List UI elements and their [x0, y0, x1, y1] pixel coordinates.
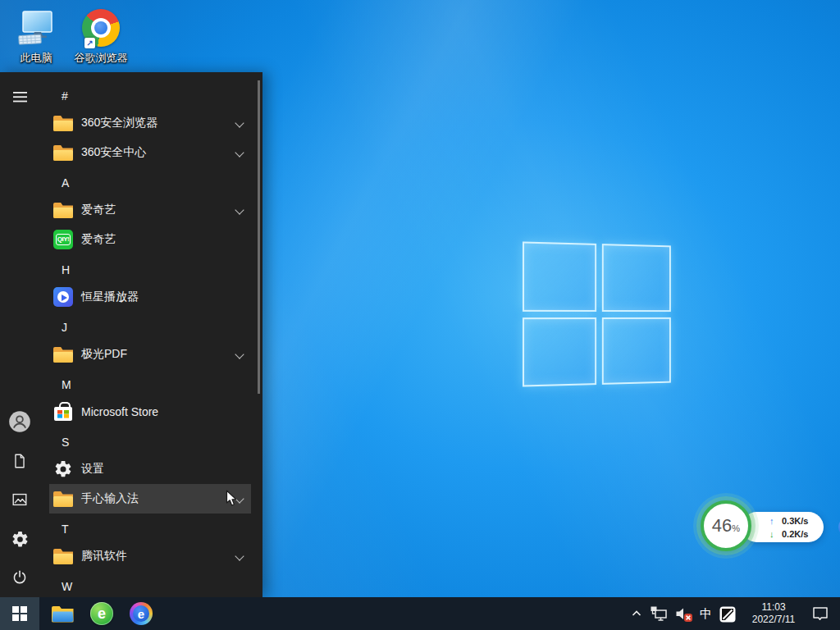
start-menu-scrollbar[interactable]: [258, 80, 260, 394]
windows-wallpaper-logo: [523, 241, 671, 386]
tray-ime-indicator[interactable]: 中: [700, 597, 712, 630]
microsoft-store-icon: [53, 402, 73, 422]
tray-expand-button[interactable]: [630, 597, 643, 630]
start-menu-item-jiguang-pdf[interactable]: 极光PDF: [49, 340, 251, 369]
start-menu-item-microsoft-store[interactable]: Microsoft Store: [49, 397, 251, 427]
pictures-button[interactable]: [0, 483, 39, 516]
tray-network[interactable]: [650, 597, 668, 630]
item-label: 360安全中心: [81, 145, 146, 160]
360-speed-browser-icon: e: [130, 602, 153, 625]
wallpaper-logo-pane: [601, 244, 670, 312]
star-player-icon: [53, 287, 73, 307]
chevron-down-icon[interactable]: [235, 207, 243, 214]
clock-time: 11:03: [743, 601, 804, 614]
action-center-button[interactable]: [810, 597, 830, 630]
net-speeds: ↑ 0.3K/s ↓ 0.2K/s: [769, 514, 808, 540]
start-menu-app-list: # 360安全浏览器 360安全中心 A 爱奇艺 QIY! 爱奇艺 H 恒星播放…: [49, 80, 251, 597]
desktop-icon-label: 谷歌浏览器: [75, 51, 128, 66]
clock-date: 2022/7/11: [743, 614, 804, 626]
start-menu-item-iqiyi-app[interactable]: QIY! 爱奇艺: [49, 225, 251, 254]
section-header[interactable]: J: [49, 315, 251, 340]
start-menu: # 360安全浏览器 360安全中心 A 爱奇艺 QIY! 爱奇艺 H 恒星播放…: [0, 72, 262, 597]
section-letter: W: [62, 580, 72, 593]
chrome-icon: ↗: [82, 7, 120, 49]
memory-percent: 46: [712, 504, 732, 548]
taskbar: e e 中: [0, 597, 840, 630]
folder-icon: [53, 548, 73, 564]
wallpaper-logo-pane: [601, 317, 670, 385]
desktop-icon-this-pc[interactable]: 此电脑: [5, 7, 67, 66]
start-menu-item-tencent[interactable]: 腾讯软件: [49, 541, 251, 571]
hamburger-menu-button[interactable]: [0, 80, 39, 113]
memory-usage-ball[interactable]: 46 %: [701, 500, 751, 551]
desktop-icon-area: 此电脑 ↗ 谷歌浏览器: [5, 7, 135, 66]
shortcut-arrow-icon: ↗: [84, 38, 95, 48]
folder-icon: [53, 115, 73, 131]
chevron-down-icon[interactable]: [235, 351, 243, 358]
tray-volume-muted[interactable]: [674, 597, 693, 630]
taskbar-360-speed-browser[interactable]: e: [125, 597, 158, 630]
taskbar-clock[interactable]: 11:03 2022/7/11: [743, 601, 804, 626]
taskbar-file-explorer[interactable]: [46, 597, 79, 630]
user-account-button[interactable]: [0, 405, 39, 438]
section-header[interactable]: W: [49, 574, 251, 597]
upload-speed-value: 0.3K/s: [782, 516, 808, 526]
item-label: 手心输入法: [81, 491, 139, 506]
section-header[interactable]: #: [49, 84, 251, 108]
section-header[interactable]: M: [49, 372, 251, 397]
start-button[interactable]: [0, 597, 39, 630]
section-header[interactable]: A: [49, 171, 251, 195]
mouse-cursor: [226, 490, 238, 511]
user-avatar-icon: [8, 410, 31, 433]
start-menu-rail: [0, 72, 39, 597]
360-browser-icon: e: [90, 602, 113, 625]
item-label: Microsoft Store: [81, 405, 158, 418]
taskbar-360-browser[interactable]: e: [85, 597, 118, 630]
documents-button[interactable]: [0, 445, 39, 477]
start-menu-item-star-player[interactable]: 恒星播放器: [49, 282, 251, 312]
net-speed-widget[interactable]: ↑ 0.3K/s ↓ 0.2K/s + 46 %: [701, 500, 825, 554]
item-label: 极光PDF: [81, 347, 127, 362]
section-header[interactable]: H: [49, 258, 251, 282]
iqiyi-icon: QIY!: [53, 230, 73, 249]
chevron-down-icon[interactable]: [235, 553, 243, 560]
item-label: 设置: [81, 462, 104, 477]
desktop-icon-chrome[interactable]: ↗ 谷歌浏览器: [70, 7, 132, 66]
pictures-icon: [11, 491, 29, 509]
chevron-down-icon[interactable]: [235, 149, 243, 157]
action-center-icon: [810, 604, 830, 623]
section-letter: S: [62, 436, 69, 449]
speaker-muted-icon: [674, 605, 693, 623]
download-speed-value: 0.2K/s: [782, 529, 808, 539]
power-button[interactable]: [0, 561, 39, 594]
start-menu-item-settings[interactable]: 设置: [49, 454, 251, 484]
folder-icon: [53, 491, 73, 507]
item-label: 腾讯软件: [81, 549, 127, 564]
item-label: 恒星播放器: [81, 290, 139, 304]
start-menu-item-iqiyi-folder[interactable]: 爱奇艺: [49, 195, 251, 225]
tray-security-app[interactable]: [719, 598, 737, 630]
section-letter: J: [62, 321, 67, 334]
section-letter: T: [62, 523, 69, 536]
system-tray: 中 11:03 2022/7/11: [630, 597, 840, 630]
chevron-up-icon: [630, 607, 643, 620]
folder-icon: [53, 144, 73, 161]
this-pc-icon: [16, 7, 56, 49]
start-menu-item-shouxin-ime[interactable]: 手心输入法: [49, 484, 251, 514]
section-header[interactable]: S: [49, 430, 251, 454]
iqiyi-logo-text: QIY!: [56, 234, 71, 245]
section-header[interactable]: T: [49, 517, 251, 541]
item-label: 360安全浏览器: [81, 116, 158, 130]
net-speed-panel: ↑ 0.3K/s ↓ 0.2K/s +: [742, 512, 824, 542]
chevron-down-icon[interactable]: [235, 120, 243, 127]
settings-button[interactable]: [0, 523, 39, 555]
start-menu-item-360-browser[interactable]: 360安全浏览器: [49, 108, 251, 138]
folder-icon: [53, 346, 73, 363]
section-letter: H: [62, 263, 70, 276]
windows-logo-icon: [12, 606, 27, 621]
memory-percent-suffix: %: [732, 523, 740, 533]
wallpaper-logo-pane: [523, 241, 596, 311]
start-menu-item-360-center[interactable]: 360安全中心: [49, 138, 251, 167]
settings-gear-icon: [53, 459, 73, 479]
document-icon: [11, 452, 29, 470]
